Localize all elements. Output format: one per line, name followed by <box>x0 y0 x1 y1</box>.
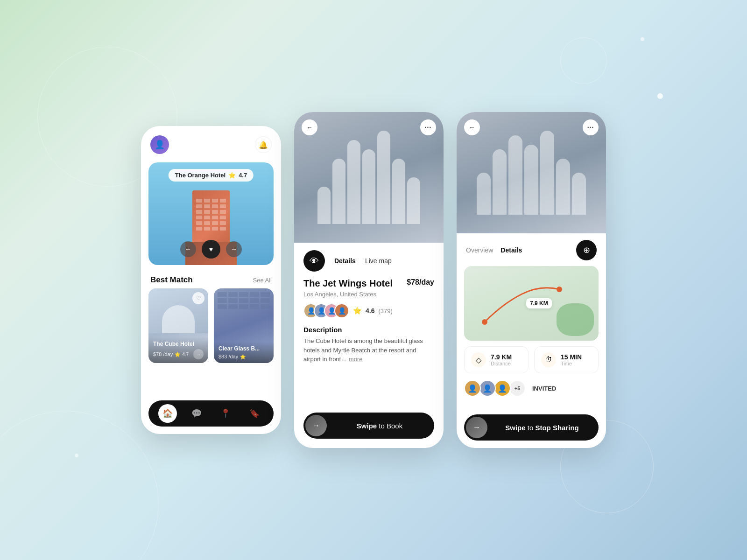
tab-overview[interactable]: Overview <box>466 246 493 254</box>
time-label: Time <box>561 361 582 366</box>
hotel-card-glass[interactable]: Clear Glass B... $83 /day ⭐ <box>214 288 274 363</box>
swipe-label: Swipe to Book <box>327 422 432 430</box>
hero-card: The Orange Hotel ⭐ 4.7 ← ♥ → <box>148 162 274 265</box>
phones-container: 👤 🔔 <box>141 112 606 448</box>
hotel-title-row: The Jet Wings Hotel $78/day <box>294 272 444 291</box>
phone2: ← ··· 👁 Details Live map The Jet Wings H… <box>294 112 444 448</box>
svg-point-1 <box>557 287 562 292</box>
nav-chat-button[interactable]: 💬 <box>187 404 206 423</box>
description-section: Description The Cube Hotel is among the … <box>294 326 444 364</box>
rating-value: 4.6 <box>366 307 374 315</box>
phone2-hero: ← ··· <box>294 112 444 243</box>
time-value: 15 MIN <box>561 353 582 361</box>
distance-icon: ◇ <box>471 352 486 367</box>
swipe-circle-icon: → <box>305 415 327 436</box>
card-star-icon: ⭐ <box>175 352 180 357</box>
back-button-3[interactable]: ← <box>464 119 480 135</box>
hotel-cards-row: ♡ The Cube Hotel $78 /day ⭐ 4.7 → <box>141 288 281 394</box>
stats-row: ◇ 7.9 KM Distance ⏱ 15 MIN Time <box>457 346 606 373</box>
tab-details-3[interactable]: Details <box>500 246 522 254</box>
more-options-button[interactable]: ··· <box>420 119 436 135</box>
description-more-link[interactable]: more <box>349 356 363 363</box>
phone3-top-bar: ← ··· <box>464 119 599 135</box>
card-name2: Clear Glass B... <box>218 345 269 352</box>
invited-avatar-3: 👤 <box>494 380 511 397</box>
swipe-stop-mid: to <box>526 424 536 432</box>
card-rating: 4.7 <box>182 352 189 357</box>
reviewer-avatars: 👤 👤 👤 👤 <box>303 303 349 318</box>
invited-avatar-1: 👤 <box>464 380 481 397</box>
rating-count: (379) <box>378 308 392 315</box>
eye-icon-button[interactable]: 👁 <box>303 250 325 272</box>
nav-bookmark-button[interactable]: 🔖 <box>245 404 264 423</box>
phone1-header: 👤 🔔 <box>141 126 281 159</box>
swipe-stop-bold: Swipe <box>505 424 525 432</box>
card-name: The Cube Hotel <box>153 341 204 347</box>
hero-star-icon: ⭐ <box>228 172 236 179</box>
bottom-navbar: 🏠 💬 📍 🔖 <box>148 400 274 427</box>
swipe-stop-circle-icon: → <box>466 417 487 438</box>
invited-label: INVITED <box>532 385 556 392</box>
stat-card-distance: ◇ 7.9 KM Distance <box>464 346 529 373</box>
swipe-rest-text: to Book <box>377 422 402 430</box>
distance-value: 7.9 KM <box>491 353 512 361</box>
hero-like-button[interactable]: ♥ <box>202 240 220 259</box>
hero-controls: ← ♥ → <box>148 240 274 259</box>
hotel-price: $78/day <box>407 278 434 287</box>
target-icon: ⊕ <box>583 245 590 255</box>
nav-home-button[interactable]: 🏠 <box>158 404 177 423</box>
description-title: Description <box>303 326 434 334</box>
best-match-section-header: Best Match See All <box>141 269 281 288</box>
back-button[interactable]: ← <box>302 119 317 135</box>
see-all-link[interactable]: See All <box>253 277 272 284</box>
description-text: The Cube Hotel is among the beautiful gl… <box>303 336 434 364</box>
card-heart-icon[interactable]: ♡ <box>192 292 204 304</box>
reviewers-row: 👤 👤 👤 👤 ⭐ 4.6 (379) <box>294 303 444 318</box>
map-km-badge: 7.9 KM <box>526 298 552 308</box>
tab-bar: 👁 Details Live map <box>303 243 434 272</box>
card-star-icon2: ⭐ <box>240 354 246 359</box>
notification-bell-button[interactable]: 🔔 <box>255 136 272 153</box>
card-info: The Cube Hotel $78 /day ⭐ 4.7 → <box>148 337 208 363</box>
invited-row: 👤 👤 👤 +5 INVITED <box>457 380 606 397</box>
map-area: 7.9 KM <box>464 266 599 341</box>
swipe-to-stop-button[interactable]: → Swipe to Stop Sharing <box>464 414 599 441</box>
tab-details[interactable]: Details <box>334 257 356 265</box>
stat-card-time: ⏱ 15 MIN Time <box>534 346 599 373</box>
section-title: Best Match <box>150 275 193 285</box>
card-price: $78 /day <box>153 351 173 357</box>
more-options-button-3[interactable]: ··· <box>583 119 599 135</box>
phone1: 👤 🔔 <box>141 126 281 434</box>
phone3: ← ··· Overview Details ⊕ <box>457 112 606 448</box>
card-price2: $83 /day <box>218 354 238 359</box>
hero-hotel-label: The Orange Hotel ⭐ 4.7 <box>169 169 254 182</box>
invited-avatar-2: 👤 <box>479 380 496 397</box>
map-background: 7.9 KM <box>464 266 599 341</box>
location-icon-button[interactable]: ⊕ <box>576 240 597 260</box>
hero-rating: 4.7 <box>239 172 247 179</box>
hotel-location: Los Angeles, United States <box>294 291 444 298</box>
reviewer-avatar-4: 👤 <box>334 303 349 318</box>
hotel-card-cube[interactable]: ♡ The Cube Hotel $78 /day ⭐ 4.7 → <box>148 288 208 363</box>
avatar[interactable]: 👤 <box>150 135 169 154</box>
swipe-stop-label: Swipe to Stop Sharing <box>487 424 597 432</box>
hero-prev-button[interactable]: ← <box>180 241 196 257</box>
distance-label: Distance <box>491 361 512 366</box>
map-distance-text: 7.9 KM <box>530 300 548 307</box>
card-arrow-button[interactable]: → <box>193 349 204 359</box>
swipe-bold-text: Swipe <box>357 422 377 430</box>
time-icon: ⏱ <box>541 352 556 367</box>
rating-star-icon: ⭐ <box>353 307 362 315</box>
tab-livemap[interactable]: Live map <box>365 257 392 265</box>
hotel-name: The Jet Wings Hotel <box>303 278 393 289</box>
swipe-to-book-button[interactable]: → Swipe to Book <box>303 413 434 439</box>
svg-point-0 <box>482 319 487 325</box>
nav-location-button[interactable]: 📍 <box>216 404 235 423</box>
invited-count: +5 <box>514 385 521 391</box>
phone3-tabs: Overview Details ⊕ <box>457 233 606 260</box>
hero-hotel-name: The Orange Hotel <box>175 172 226 179</box>
invited-more-badge: +5 <box>509 380 526 397</box>
swipe-stop-rest: Stop Sharing <box>535 424 578 432</box>
hero-next-button[interactable]: → <box>226 241 242 257</box>
phone3-hero: ← ··· <box>457 112 606 233</box>
